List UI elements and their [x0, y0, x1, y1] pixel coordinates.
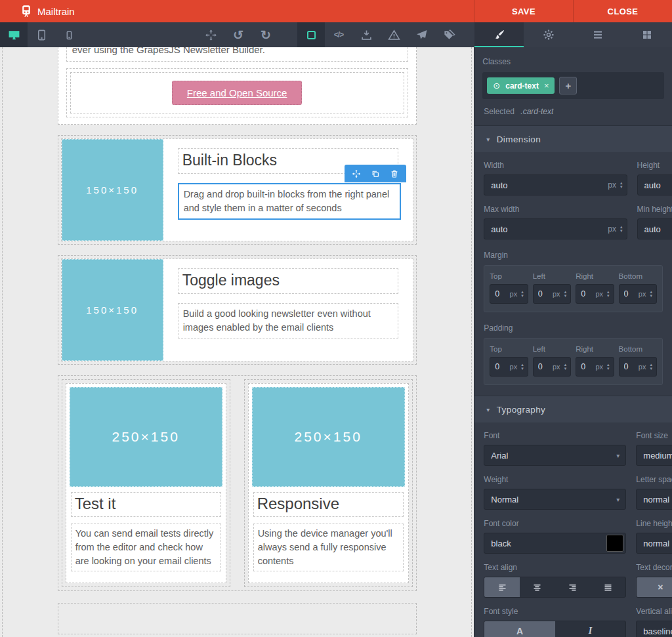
responsive-card[interactable]: 250×150 Responsive Using the device mana… [248, 383, 409, 583]
font-select[interactable]: Arial▾ [484, 445, 626, 466]
align-justify-button[interactable] [591, 577, 626, 597]
options-group: </> [297, 22, 463, 47]
field-label: Text align [484, 563, 626, 572]
unit-label[interactable]: px [606, 224, 618, 234]
tab-layers[interactable] [574, 22, 623, 47]
merge-tags-button[interactable] [435, 22, 463, 47]
class-tag-card-text[interactable]: ⊙ card-text × [487, 77, 555, 94]
stepper[interactable]: ▴▾ [647, 363, 656, 371]
padding-right-input[interactable] [576, 362, 594, 371]
padding-top-input[interactable] [490, 362, 508, 371]
save-button[interactable]: SAVE [474, 0, 573, 22]
card-text[interactable]: Build a good looking newsletter even wit… [178, 303, 398, 339]
margin-left-input[interactable] [534, 289, 551, 298]
device-desktop-button[interactable] [0, 22, 28, 47]
tab-style-manager[interactable] [474, 22, 524, 47]
empty-section[interactable] [58, 603, 417, 634]
tab-settings[interactable] [524, 22, 573, 47]
card-title[interactable]: Responsive [253, 492, 404, 517]
align-right-button[interactable] [555, 577, 591, 597]
unit-label[interactable]: px [606, 180, 618, 190]
responsive-cell[interactable]: 250×150 Responsive Using the device mana… [244, 379, 413, 587]
stepper[interactable]: ▴▾ [562, 290, 571, 298]
section-dimension-header[interactable]: ▾ Dimension [474, 125, 672, 152]
italic-icon: I [589, 626, 592, 636]
letter-spacing-input[interactable] [637, 495, 672, 504]
test-it-card[interactable]: 250×150 Test it You can send email tests… [66, 383, 226, 583]
padding-bottom-input[interactable] [620, 362, 637, 371]
built-in-blocks-section[interactable]: 150×150 Built-in Blocks Drag and drop bu… [58, 135, 417, 245]
margin-right-input[interactable] [576, 289, 594, 298]
stepper[interactable]: ▴▾ [647, 290, 656, 298]
undo-button[interactable]: ↺ [224, 22, 252, 47]
margin-bottom-input[interactable] [620, 289, 637, 298]
built-in-blocks-card[interactable]: 150×150 Built-in Blocks Drag and drop bu… [61, 138, 413, 241]
style-italic-button[interactable]: I [555, 621, 626, 637]
remove-class-icon[interactable]: × [544, 81, 549, 91]
stepper[interactable]: ▴▾ [518, 363, 528, 371]
test-it-cell[interactable]: 250×150 Test it You can send email tests… [62, 379, 230, 587]
intro-paragraph[interactable]: Import, build, test and export responsiv… [66, 47, 408, 62]
stepper[interactable]: ▴▾ [618, 181, 627, 189]
intro-section[interactable]: Import, build, test and export responsiv… [58, 47, 417, 125]
width-input[interactable] [484, 180, 606, 190]
padding-left-input[interactable] [534, 362, 551, 371]
align-center-button[interactable] [520, 577, 555, 597]
height-input[interactable] [638, 180, 672, 190]
editor-canvas[interactable]: Import, build, test and export responsiv… [0, 47, 474, 637]
chevron-down-icon: ▾ [616, 452, 625, 459]
font-size-input[interactable] [637, 451, 672, 461]
image-placeholder-250[interactable]: 250×150 [70, 387, 222, 487]
class-visibility-icon[interactable]: ⊙ [493, 81, 500, 91]
font-color-input[interactable] [484, 539, 606, 548]
card-title[interactable]: Toggle images [178, 268, 398, 294]
weight-select[interactable]: Normal▾ [484, 489, 626, 510]
section-typography-header[interactable]: ▾ Typography [474, 396, 672, 422]
color-swatch[interactable] [606, 535, 623, 552]
card-text[interactable]: You can send email tests directly from t… [71, 524, 221, 571]
max-width-input[interactable] [484, 224, 606, 234]
close-button[interactable]: CLOSE [573, 0, 672, 22]
drag-move-icon[interactable] [352, 169, 361, 178]
element-toolbar [345, 165, 406, 182]
image-placeholder-250[interactable]: 250×150 [252, 387, 405, 487]
selected-card-text[interactable]: Drag and drop built-in blocks from the r… [178, 183, 401, 220]
stepper[interactable]: ▴▾ [604, 290, 614, 298]
card-body: Toggle images Build a good looking newsl… [163, 259, 413, 361]
min-height-input[interactable] [638, 224, 672, 234]
align-left-button[interactable] [484, 577, 520, 597]
device-mobile-button[interactable] [55, 22, 83, 47]
cta-cell[interactable]: Free and Open Source [70, 72, 404, 113]
cta-row[interactable]: Free and Open Source [66, 68, 408, 117]
two-column-section[interactable]: 250×150 Test it You can send email tests… [58, 375, 417, 591]
margin-top-input[interactable] [490, 289, 508, 298]
stepper[interactable]: ▴▾ [618, 225, 627, 233]
add-class-button[interactable]: + [559, 77, 577, 94]
image-placeholder-150[interactable]: 150×150 [62, 259, 163, 361]
send-test-button[interactable] [408, 22, 435, 47]
card-text[interactable]: Using the device manager you'll always s… [253, 524, 404, 571]
toggle-images-section[interactable]: 150×150 Toggle images Build a good looki… [58, 255, 417, 365]
warnings-button[interactable] [380, 22, 408, 47]
decoration-none-button[interactable]: × [637, 577, 672, 597]
vertical-align-select[interactable]: baseline▾ [636, 621, 672, 637]
style-normal-button[interactable]: A [484, 621, 555, 637]
line-height-input[interactable] [637, 539, 672, 548]
view-code-button[interactable]: </> [325, 22, 352, 47]
stepper[interactable]: ▴▾ [562, 363, 571, 371]
toggle-borders-button[interactable] [297, 22, 325, 47]
device-tablet-button[interactable] [28, 22, 55, 47]
stepper[interactable]: ▴▾ [518, 290, 528, 298]
import-button[interactable] [352, 22, 380, 47]
stepper[interactable]: ▴▾ [604, 363, 614, 371]
move-button[interactable] [197, 22, 224, 47]
trash-icon[interactable] [390, 169, 399, 178]
image-placeholder-150[interactable]: 150×150 [62, 139, 163, 241]
redo-button[interactable]: ↻ [252, 22, 280, 47]
copy-icon[interactable] [371, 169, 380, 178]
tab-blocks[interactable] [623, 22, 672, 47]
chevron-down-icon: ▾ [486, 136, 490, 143]
card-title[interactable]: Test it [71, 492, 221, 517]
cta-button[interactable]: Free and Open Source [172, 81, 303, 105]
toggle-images-card[interactable]: 150×150 Toggle images Build a good looki… [61, 258, 413, 361]
